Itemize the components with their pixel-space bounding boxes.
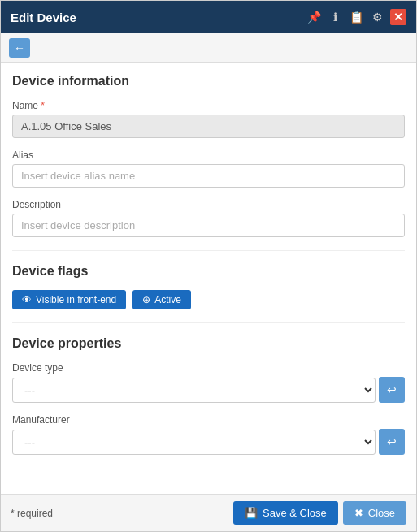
manufacturer-group: Manufacturer --- ↩ [12,414,405,455]
modal-title: Edit Device [11,11,76,24]
device-flags-row: 👁 Visible in front-end ⊕ Active [12,290,405,309]
divider-2 [12,322,405,323]
modal-footer: * required 💾 Save & Close ✖ Close [1,494,416,531]
device-type-select[interactable]: --- [12,378,376,403]
plus-circle-icon: ⊕ [142,294,150,305]
required-star-name: * [38,100,45,111]
description-field-group: Description [12,199,405,237]
active-label: Active [154,294,181,305]
device-type-group: Device type --- ↩ [12,362,405,403]
manufacturer-select[interactable]: --- [12,430,376,455]
close-button[interactable]: ✖ Close [343,501,406,525]
device-properties-title: Device properties [12,336,405,351]
description-input[interactable] [12,214,405,237]
name-label: Name * [12,100,405,111]
manufacturer-label: Manufacturer [12,414,405,426]
name-field-group: Name * [12,100,405,138]
alias-input[interactable] [12,164,405,188]
divider-1 [12,250,405,251]
save-close-button[interactable]: 💾 Save & Close [233,501,338,525]
device-info-title: Device information [12,74,405,89]
doc-icon[interactable]: 📋 [348,9,364,25]
modal-toolbar: ← [1,33,416,63]
back-button[interactable]: ← [9,38,30,58]
close-label: Close [368,507,395,519]
close-circle-icon: ✖ [354,507,363,519]
device-type-reset-button[interactable]: ↩ [379,377,405,403]
pin-icon[interactable]: 📌 [306,9,322,25]
manufacturer-row: --- ↩ [12,429,405,455]
device-type-row: --- ↩ [12,377,405,403]
active-button[interactable]: ⊕ Active [132,290,191,309]
description-label: Description [12,199,405,210]
modal-body: Device information Name * Alias Descript… [1,63,416,494]
alias-field-group: Alias [12,149,405,188]
save-icon: 💾 [245,507,258,519]
save-label: Save & Close [263,507,327,519]
eye-icon: 👁 [22,294,32,305]
visible-frontend-button[interactable]: 👁 Visible in front-end [12,290,126,309]
device-type-label: Device type [12,362,405,374]
close-header-button[interactable]: ✕ [390,9,406,25]
settings-icon[interactable]: ⚙ [369,9,385,25]
alias-label: Alias [12,149,405,161]
edit-device-modal: Edit Device 📌 ℹ 📋 ⚙ ✕ ← Device informati… [0,0,417,532]
footer-buttons: 💾 Save & Close ✖ Close [233,501,406,525]
info-icon[interactable]: ℹ [327,9,343,25]
visible-frontend-label: Visible in front-end [36,294,116,305]
required-note: * required [11,508,53,519]
name-input[interactable] [12,115,405,138]
modal-header: Edit Device 📌 ℹ 📋 ⚙ ✕ [1,1,416,33]
manufacturer-reset-button[interactable]: ↩ [379,429,405,455]
device-flags-title: Device flags [12,264,405,279]
header-icons: 📌 ℹ 📋 ⚙ ✕ [306,9,406,25]
